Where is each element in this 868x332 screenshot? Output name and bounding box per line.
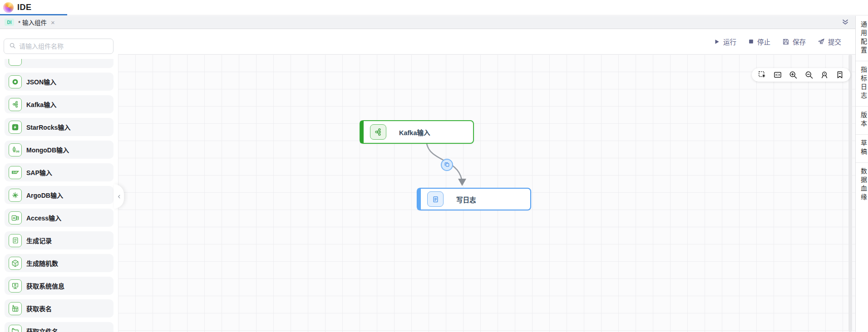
tab-input-component[interactable]: DI * 输入组件 × [0,16,67,29]
chevron-double-down-icon[interactable] [841,18,850,29]
component-icon [9,59,22,66]
mongodb-icon: DB [9,143,22,156]
sidebar-item-file[interactable]: 获取文件名 [5,322,113,332]
rail-item-4[interactable]: 数据血缘 [856,163,868,208]
node-accent-bar [360,121,364,143]
edge-copy-badge[interactable] [441,159,453,171]
sidebar-item-label: StarRocks输入 [26,122,70,132]
svg-text:A: A [13,216,15,220]
stop-icon [748,39,754,44]
zoom-in-icon[interactable] [789,70,798,79]
app-logo-icon [3,2,14,13]
search-icon [9,42,16,51]
rail-item-1[interactable]: 指标日志 [856,61,868,107]
rail-item-3[interactable]: 草稿 [856,135,868,163]
right-rail: 通用配置指标日志版本草稿数据血缘 [855,16,868,332]
run-icon [714,39,720,45]
node-label: Kafka输入 [399,127,430,137]
app-header: IDE [0,0,868,15]
copy-icon [444,161,450,169]
sidebar-item-mongodb[interactable]: DBMongoDB输入 [5,141,113,159]
argodb-icon [9,189,22,202]
save-icon [782,38,789,45]
access-icon: A [9,211,22,225]
sidebar-item-label: Access输入 [26,213,61,222]
sidebar-item-label: Kafka输入 [26,100,56,109]
node-label: 写日志 [456,195,476,204]
sap-icon: SAP [9,166,22,179]
log-document-icon [427,191,444,207]
component-palette: JSON输入Kafka输入StarRocks输入DBMongoDB输入SAPSA… [0,29,118,332]
sidebar-item-label: MongoDB输入 [26,145,69,154]
starrocks-icon [9,121,22,134]
json-icon [9,75,22,88]
bookmark-icon[interactable] [835,70,844,79]
kafka-icon [9,98,22,111]
node-accent-bar [417,188,421,210]
sidebar-item-dice[interactable]: 生成随机数 [5,254,113,272]
sidebar-item-system[interactable]: 获取系统信息 [5,277,113,295]
record-icon [9,234,22,247]
sidebar-item-argodb[interactable]: ArgoDB输入 [5,186,113,204]
dice-icon [9,257,22,270]
sidebar-item-label: 获取表名 [26,304,52,313]
flow-canvas[interactable]: Kafka输入 写日志 [118,54,855,332]
save-button[interactable]: 保存 [782,37,806,46]
sidebar-item-kafka[interactable]: Kafka输入 [5,95,113,113]
tab-close-icon[interactable]: × [51,19,55,26]
marquee-select-icon[interactable] [758,70,767,79]
zoom-out-icon[interactable] [804,70,814,79]
sidebar-item-partial[interactable] [5,59,113,68]
active-tab-indicator [0,14,67,15]
action-toolbar: 运行 停止 保存 提交 [118,29,855,54]
di-badge: DI [5,19,14,26]
tab-title: * 输入组件 [18,18,47,27]
sidebar-item-starrocks[interactable]: StarRocks输入 [5,118,113,136]
sidebar-item-record[interactable]: 生成记录 [5,231,113,249]
vertical-scrollbar[interactable] [848,54,852,332]
submit-button[interactable]: 提交 [818,37,841,46]
paper-plane-icon [818,38,825,45]
sidebar-item-access[interactable]: AAccess输入 [5,209,113,227]
node-kafka-input[interactable]: Kafka输入 [360,120,474,144]
file-icon [9,325,22,332]
sidebar-item-json[interactable]: JSON输入 [5,73,113,91]
sidebar-item-label: 生成随机数 [26,259,58,268]
app-title: IDE [17,3,32,12]
sidebar-item-label: JSON输入 [26,77,56,86]
svg-text:DB: DB [15,150,20,153]
tab-bar: DI * 输入组件 × [0,16,855,29]
sidebar-item-label: 生成记录 [26,236,52,245]
component-search[interactable] [4,39,113,54]
node-write-log[interactable]: 写日志 [417,188,531,210]
system-icon [9,279,22,293]
ide-window: IDE DI * 输入组件 × 运行 停止 保存 提交 [0,0,868,332]
rail-item-2[interactable]: 版本 [856,107,868,135]
component-list: JSON输入Kafka输入StarRocks输入DBMongoDB输入SAPSA… [5,59,113,332]
svg-text:SAP: SAP [12,171,17,174]
sidebar-item-label: SAP输入 [26,168,52,177]
sidebar-item-label: 获取文件名 [26,327,58,332]
search-input[interactable] [19,43,101,50]
run-button[interactable]: 运行 [714,37,736,46]
rail-item-0[interactable]: 通用配置 [856,16,868,61]
stop-button[interactable]: 停止 [748,37,770,46]
canvas-toolbar [752,68,850,82]
sidebar-item-label: 获取系统信息 [26,281,64,290]
locate-icon[interactable] [820,70,829,79]
sidebar-item-sap[interactable]: SAPSAP输入 [5,163,113,181]
fit-view-icon[interactable] [773,70,782,79]
table-icon [9,302,22,315]
kafka-icon [370,124,386,140]
sidebar-item-table[interactable]: 获取表名 [5,299,113,317]
sidebar-item-label: ArgoDB输入 [26,190,63,200]
